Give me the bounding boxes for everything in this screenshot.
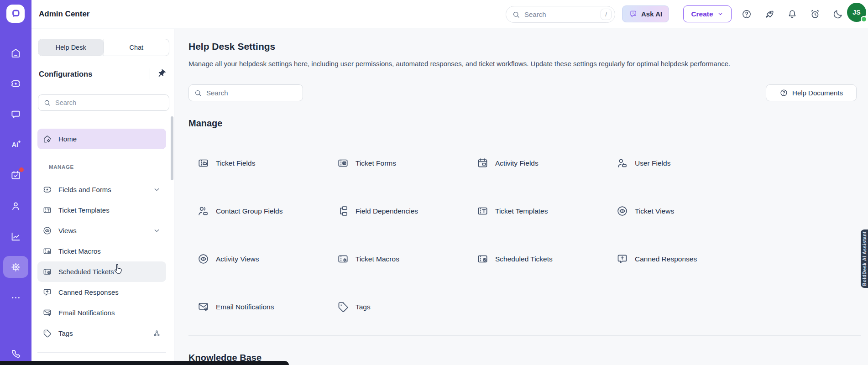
ticket-gear-icon — [337, 253, 349, 265]
ticket-t-icon — [42, 205, 52, 215]
rail-item-tickets[interactable] — [3, 73, 28, 94]
user-avatar[interactable]: JS — [847, 3, 866, 22]
rail-item-chat[interactable] — [3, 103, 28, 125]
manage-card-label: Canned Responses — [635, 255, 697, 263]
sidebar-search[interactable] — [38, 94, 169, 111]
eye-circle-icon — [616, 205, 628, 217]
manage-card-contact-group-fields[interactable]: Contact Group Fields — [197, 205, 282, 217]
create-button[interactable]: Create — [683, 5, 732, 22]
manage-card-ticket-views[interactable]: Ticket Views — [616, 205, 674, 217]
sidebar-item-ticket-macros[interactable]: Ticket Macros — [37, 241, 166, 261]
tab-chat[interactable]: Chat — [104, 39, 169, 56]
manage-card-ticket-macros[interactable]: Ticket Macros — [337, 253, 399, 265]
manage-card-activity-fields[interactable]: Activity Fields — [476, 157, 539, 169]
manage-card-user-fields[interactable]: User Fields — [616, 157, 670, 169]
manage-heading: Manage — [188, 118, 222, 129]
sidebar-divider — [37, 352, 166, 353]
manage-card-tags[interactable]: Tags — [337, 301, 371, 313]
envelope-bell-icon — [42, 308, 52, 318]
ticket-clock-icon — [476, 253, 489, 265]
help-documents-button[interactable]: Help Documents — [766, 84, 857, 101]
manage-card-scheduled-tickets[interactable]: Scheduled Tickets — [476, 253, 553, 265]
rail-item-ai[interactable]: Ai — [3, 134, 28, 156]
chevron-down-icon[interactable] — [152, 185, 161, 194]
rail-item-home[interactable] — [3, 42, 28, 64]
question-circle-icon — [779, 89, 788, 97]
sidebar-item-fields-and-forms[interactable]: Fields and Forms — [37, 179, 166, 200]
eye-circle-icon — [42, 226, 52, 235]
manage-card-ticket-templates[interactable]: Ticket Templates — [476, 205, 548, 217]
tag-icon — [42, 328, 52, 338]
graph-icon[interactable] — [152, 329, 161, 338]
settings-search[interactable] — [188, 84, 303, 101]
bubble-plus-icon — [42, 287, 52, 297]
rail-item-settings[interactable] — [3, 256, 28, 278]
manage-card-label: Ticket Templates — [495, 207, 548, 215]
home-settings-icon — [42, 134, 52, 144]
sidebar-scrollbar[interactable] — [171, 116, 173, 180]
sidebar-item-home[interactable]: Home — [37, 129, 166, 149]
dark-mode-button[interactable] — [832, 9, 843, 20]
rail-item-activities[interactable] — [3, 164, 28, 186]
manage-card-label: Email Notifications — [216, 303, 274, 311]
sidebar-item-tags[interactable]: Tags — [37, 323, 166, 344]
notification-dot — [19, 167, 24, 172]
sidebar-item-scheduled-tickets[interactable]: Scheduled Tickets — [37, 261, 166, 282]
person-input-icon — [616, 157, 628, 169]
sidebar-item-views[interactable]: Views — [37, 220, 166, 241]
global-search[interactable]: / — [506, 6, 615, 23]
rail-item-contacts[interactable] — [3, 195, 28, 217]
dependency-icon — [337, 205, 349, 217]
manage-section-label: MANAGE — [49, 164, 74, 170]
chevron-down-icon[interactable] — [152, 226, 161, 235]
help-button[interactable] — [741, 9, 752, 20]
whats-new-button[interactable] — [764, 9, 775, 20]
alarm-clock-icon — [810, 9, 821, 20]
main-content: Help Desk Settings Manage all your helpd… — [174, 29, 868, 365]
manage-card-ticket-fields[interactable]: Ticket Fields — [197, 157, 255, 169]
sidebar-item-label: Fields and Forms — [58, 186, 146, 193]
search-icon — [194, 89, 202, 97]
ask-ai-label: Ask AI — [641, 10, 662, 18]
manage-card-activity-views[interactable]: Activity Views — [197, 253, 259, 265]
bolddesk-logo[interactable] — [6, 5, 25, 23]
global-search-input[interactable] — [524, 10, 596, 18]
module-toggle: Help Desk Chat — [38, 39, 169, 56]
sidebar-item-canned-responses[interactable]: Canned Responses — [37, 282, 166, 302]
manage-card-label: Scheduled Tickets — [495, 255, 553, 263]
reminders-button[interactable] — [810, 9, 821, 20]
pin-icon[interactable] — [157, 69, 167, 79]
sidebar-item-label: Views — [58, 227, 146, 235]
vertical-divider — [150, 68, 150, 79]
ticket-star-icon — [42, 185, 52, 194]
sidebar-item-label: Ticket Templates — [58, 206, 161, 214]
manage-card-label: Tags — [356, 303, 371, 311]
manage-card-ticket-forms[interactable]: Ticket Forms — [337, 157, 396, 169]
manage-card-canned-responses[interactable]: Canned Responses — [616, 253, 697, 265]
sidebar-title: Configurations — [39, 70, 150, 78]
ticket-clock-icon — [42, 267, 52, 276]
ai-assistant-tab[interactable]: BoldDesk AI Assistant — [861, 229, 868, 288]
manage-card-label: Ticket Macros — [356, 255, 399, 263]
envelope-bell-icon — [197, 301, 209, 313]
bell-icon — [787, 9, 798, 20]
sidebar-item-ticket-templates[interactable]: Ticket Templates — [37, 200, 166, 220]
tab-help-desk[interactable]: Help Desk — [38, 39, 104, 56]
rail-item-more[interactable] — [3, 287, 28, 308]
sidebar-item-label: Scheduled Tickets — [58, 268, 161, 276]
search-icon — [43, 99, 51, 107]
manage-card-label: Activity Fields — [495, 159, 539, 167]
help-circle-icon — [741, 9, 752, 20]
sidebar-search-input[interactable] — [55, 99, 164, 106]
sidebar-item-email-notifications[interactable]: Email Notifications — [37, 302, 166, 323]
manage-card-field-dependencies[interactable]: Field Dependencies — [337, 205, 418, 217]
manage-card-email-notifications[interactable]: Email Notifications — [197, 301, 274, 313]
configurations-sidebar: Help Desk Chat Configurations Home MANAG… — [31, 29, 174, 365]
settings-search-input[interactable] — [206, 89, 298, 97]
rail-item-reports[interactable] — [3, 225, 28, 247]
sidebar-item-label: Home — [58, 135, 77, 143]
moon-icon — [832, 9, 843, 20]
ask-ai-button[interactable]: Ask AI — [622, 5, 669, 22]
notifications-button[interactable] — [787, 9, 798, 20]
help-documents-label: Help Documents — [792, 89, 843, 97]
